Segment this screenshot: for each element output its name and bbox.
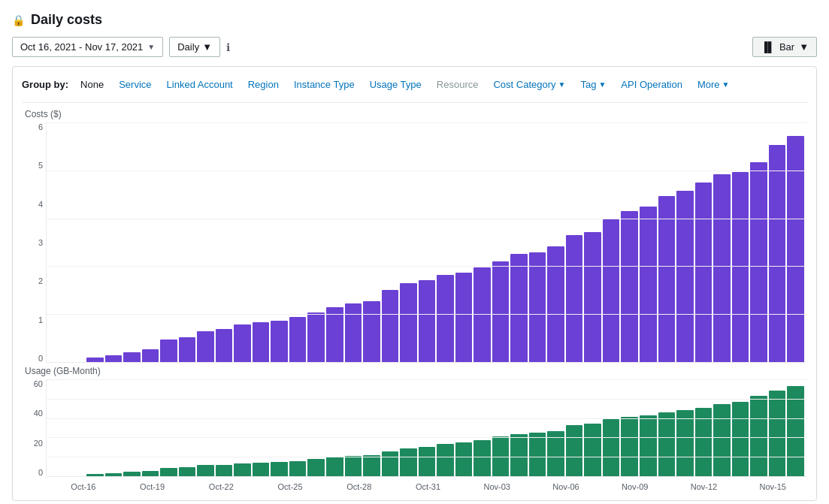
usage-bar-fill-39[interactable]: [769, 391, 786, 476]
cost-bar-fill-10[interactable]: [234, 324, 251, 362]
info-icon[interactable]: ℹ: [226, 41, 230, 53]
usage-bar-fill-3[interactable]: [105, 473, 123, 476]
cost-bar-fill-29[interactable]: [584, 232, 601, 362]
usage-bar-28: [566, 425, 583, 476]
cost-bar-fill-21[interactable]: [437, 275, 454, 362]
cost-bar-fill-16[interactable]: [345, 303, 362, 362]
cost-bar-fill-19[interactable]: [400, 283, 417, 362]
usage-bar-fill-5[interactable]: [142, 471, 159, 476]
usage-bar-fill-35[interactable]: [695, 408, 713, 476]
usage-bar-4: [123, 472, 141, 476]
cost-bar-fill-40[interactable]: [787, 136, 804, 362]
cost-bar-fill-27[interactable]: [547, 246, 564, 362]
cost-bar-fill-39[interactable]: [769, 145, 786, 362]
usage-bar-fill-4[interactable]: [123, 472, 141, 476]
group-by-linked-account[interactable]: Linked Account: [161, 76, 239, 93]
group-by-instance-type[interactable]: Instance Type: [288, 76, 361, 93]
usage-bar-fill-12[interactable]: [271, 462, 288, 476]
cost-bar-fill-7[interactable]: [179, 337, 196, 362]
usage-bar-fill-24[interactable]: [492, 436, 510, 476]
cost-bar-fill-28[interactable]: [566, 235, 583, 362]
usage-bar-fill-32[interactable]: [640, 415, 657, 476]
cost-bar-fill-4[interactable]: [123, 352, 141, 362]
cost-bar-8: [197, 331, 214, 362]
usage-y-tick: 60: [22, 379, 43, 388]
usage-bar-fill-15[interactable]: [326, 457, 343, 476]
usage-bar-fill-36[interactable]: [713, 404, 731, 476]
usage-bar-fill-11[interactable]: [253, 463, 270, 476]
cost-bar-fill-35[interactable]: [695, 183, 713, 362]
usage-bar-fill-38[interactable]: [750, 396, 767, 476]
cost-bar-fill-11[interactable]: [253, 322, 270, 362]
cost-bar-fill-8[interactable]: [197, 331, 214, 362]
cost-bar-fill-17[interactable]: [363, 301, 380, 362]
cost-bar-fill-24[interactable]: [492, 261, 510, 362]
cost-bar-fill-18[interactable]: [382, 290, 399, 362]
usage-bar-fill-10[interactable]: [234, 463, 251, 476]
group-by-more[interactable]: More ▼: [691, 76, 736, 93]
cost-bar-fill-3[interactable]: [105, 355, 123, 362]
cost-bar-fill-12[interactable]: [271, 321, 288, 362]
usage-bar-fill-30[interactable]: [603, 419, 620, 476]
cost-bar-fill-6[interactable]: [160, 340, 177, 362]
usage-bar-fill-16[interactable]: [345, 456, 362, 476]
usage-bar-23: [473, 440, 491, 476]
cost-bar-fill-5[interactable]: [142, 349, 159, 362]
date-range-picker[interactable]: Oct 16, 2021 - Nov 17, 2021 ▼: [12, 37, 163, 57]
chart-type-button[interactable]: ▐▌ Bar ▼: [752, 37, 817, 57]
usage-bar-fill-29[interactable]: [584, 424, 601, 476]
usage-bar-fill-9[interactable]: [216, 465, 233, 477]
cost-bar-fill-33[interactable]: [658, 196, 676, 362]
group-by-cost-category[interactable]: Cost Category ▼: [487, 76, 571, 93]
group-by-none[interactable]: None: [74, 76, 110, 93]
usage-bar-fill-18[interactable]: [382, 451, 399, 476]
usage-bar-fill-19[interactable]: [400, 448, 417, 476]
cost-bar-fill-2[interactable]: [86, 358, 104, 362]
usage-bar-fill-37[interactable]: [732, 402, 749, 476]
usage-bar-fill-27[interactable]: [547, 431, 564, 476]
usage-bar-fill-28[interactable]: [566, 425, 583, 476]
cost-bar-fill-13[interactable]: [289, 317, 307, 362]
cost-bar-fill-9[interactable]: [216, 329, 233, 362]
cost-bar-fill-25[interactable]: [510, 254, 528, 362]
usage-bar-fill-26[interactable]: [529, 433, 546, 476]
cost-bar-fill-37[interactable]: [732, 172, 749, 362]
usage-bar-fill-21[interactable]: [437, 444, 454, 476]
usage-bar-fill-33[interactable]: [658, 412, 676, 476]
page-title: Daily costs: [31, 12, 102, 28]
cost-bar-fill-38[interactable]: [750, 162, 767, 362]
cost-bar-fill-30[interactable]: [603, 219, 620, 362]
usage-bar-fill-25[interactable]: [510, 434, 528, 476]
usage-bar-fill-34[interactable]: [676, 410, 694, 476]
cost-bar-fill-23[interactable]: [473, 267, 491, 362]
group-by-tag[interactable]: Tag ▼: [574, 76, 612, 93]
usage-bar-fill-2[interactable]: [86, 474, 104, 476]
granularity-selector[interactable]: Daily ▼: [169, 37, 220, 57]
usage-bar-fill-17[interactable]: [363, 455, 380, 476]
usage-bar-fill-23[interactable]: [473, 440, 491, 476]
cost-bar-fill-26[interactable]: [529, 252, 546, 362]
usage-bar-2: [86, 474, 104, 476]
usage-bar-fill-22[interactable]: [455, 442, 473, 476]
usage-bar-fill-40[interactable]: [787, 386, 804, 476]
group-by-service[interactable]: Service: [113, 76, 157, 93]
usage-bar-fill-20[interactable]: [419, 447, 436, 476]
usage-bar-fill-8[interactable]: [197, 465, 214, 476]
cost-bar-fill-14[interactable]: [307, 312, 325, 362]
cost-bar-fill-34[interactable]: [676, 191, 694, 362]
cost-bar-fill-36[interactable]: [713, 174, 731, 362]
usage-bar-fill-6[interactable]: [160, 468, 177, 476]
group-by-usage-type[interactable]: Usage Type: [364, 76, 428, 93]
cost-bar-fill-22[interactable]: [455, 273, 473, 362]
usage-bar-fill-31[interactable]: [621, 417, 638, 476]
group-by-region[interactable]: Region: [242, 76, 285, 93]
usage-bar-fill-14[interactable]: [307, 459, 325, 476]
usage-bar-fill-7[interactable]: [179, 467, 196, 476]
cost-bar-fill-15[interactable]: [326, 307, 343, 362]
usage-bar-fill-13[interactable]: [289, 461, 307, 476]
cost-bar-fill-20[interactable]: [419, 280, 436, 362]
cost-bar-fill-31[interactable]: [621, 211, 638, 362]
group-by-api-operation[interactable]: API Operation: [615, 76, 688, 93]
cost-bar-fill-32[interactable]: [640, 207, 657, 362]
usage-bar-25: [510, 434, 528, 476]
